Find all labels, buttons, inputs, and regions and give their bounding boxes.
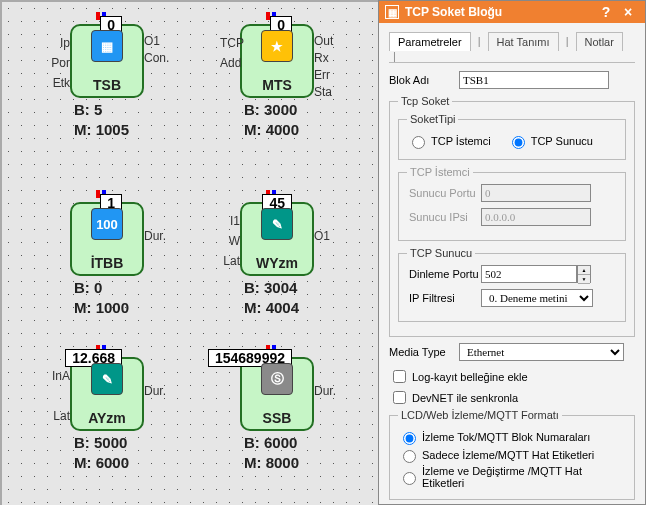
tcp-socket-legend: Tcp Soket <box>398 95 452 107</box>
chk-log[interactable] <box>393 370 406 383</box>
port-r-2: Err <box>314 68 334 82</box>
edit-icon-analog: ✎ <box>91 363 123 395</box>
dialog-titlebar[interactable]: ▦ TCP Soket Bloğu ? × <box>379 1 645 23</box>
block-label: WYzm <box>242 255 312 271</box>
block-label: MTS <box>242 77 312 93</box>
server-port-input <box>481 184 591 202</box>
block-name-input[interactable] <box>459 71 609 89</box>
star-icon: ★ <box>261 30 293 62</box>
listen-port-spinner[interactable]: ▲▼ <box>577 265 591 283</box>
lcd-format-legend: LCD/Web İzleme/MQTT Formatı <box>398 409 562 421</box>
port-l-0: Ip <box>50 36 70 50</box>
listen-port-input[interactable] <box>481 265 577 283</box>
server-port-label: Sunucu Portu <box>407 187 481 199</box>
block-address-m: M: 8000 <box>202 454 352 471</box>
dialog-title: TCP Soket Bloğu <box>405 5 502 19</box>
edit-icon: ✎ <box>261 208 293 240</box>
block-ayzm[interactable]: 12.668 ✎ AYzm InALatDur. B: 5000 M: 6000 <box>32 357 182 471</box>
port-r-1: Dur. <box>144 229 164 243</box>
block-label: SSB <box>242 410 312 426</box>
s-icon: Ⓢ <box>261 363 293 395</box>
block-ssb[interactable]: 154689992 Ⓢ SSB Dur. B: 6000 M: 8000 <box>202 357 352 471</box>
port-r-1: O1 <box>314 229 334 243</box>
tcp-socket-dialog: ▦ TCP Soket Bloğu ? × Parametreler | Hat… <box>378 0 646 505</box>
design-canvas[interactable]: 0 ▦ TSB IpPorEtkO1Con. B: 5 M: 1005 0 ★ … <box>0 0 378 505</box>
chk-log-label: Log-kayıt belleğine ekle <box>412 371 528 383</box>
ip-filter-select[interactable]: 0. Deneme metini <box>481 289 593 307</box>
block-tsb[interactable]: 0 ▦ TSB IpPorEtkO1Con. B: 5 M: 1005 <box>32 24 182 138</box>
port-r-0: Out <box>314 34 334 48</box>
media-type-select[interactable]: Ethernet <box>459 343 624 361</box>
port-r-1: Rx <box>314 51 334 65</box>
block-label: AYzm <box>72 410 142 426</box>
close-button[interactable]: × <box>617 1 639 23</box>
radio-fmt-1-label: İzleme Tok/MQTT Blok Numaraları <box>422 431 590 443</box>
block-label: İTBB <box>72 255 142 271</box>
block-itbb[interactable]: 1 100 İTBB Dur. B: 0 M: 1000 <box>32 202 182 316</box>
socket-icon: ▦ <box>91 30 123 62</box>
port-r-1: Con. <box>144 51 164 65</box>
block-mts[interactable]: 0 ★ MTS TCPAddOutRxErrSta B: 3000 M: 400… <box>202 24 352 138</box>
tcp-server-group: TCP Sunucu Dinleme Portu ▲▼ IP Filtresi … <box>398 247 626 322</box>
server-ip-input <box>481 208 591 226</box>
block-address-m: M: 4000 <box>202 121 352 138</box>
server-ip-label: Sunucu IPsi <box>407 211 481 223</box>
port-r-0: O1 <box>144 34 164 48</box>
block-address-m: M: 4004 <box>202 299 352 316</box>
block-address-b: B: 3000 <box>202 101 352 118</box>
block-label: TSB <box>72 77 142 93</box>
block-body[interactable]: 0 ▦ TSB IpPorEtkO1Con. <box>70 24 144 98</box>
port-r-3: Sta <box>314 85 334 99</box>
block-body[interactable]: 1 100 İTBB Dur. <box>70 202 144 276</box>
block-address-m: M: 1005 <box>32 121 182 138</box>
socket-type-group: SoketTipi TCP İstemci TCP Sunucu <box>398 113 626 160</box>
port-l-1: W <box>220 234 240 248</box>
block-address-m: M: 1000 <box>32 299 182 316</box>
block-body[interactable]: 45 ✎ WYzm I1WLatO1 <box>240 202 314 276</box>
radio-tcp-client-label: TCP İstemci <box>431 135 491 147</box>
port-l-1: Add <box>220 56 240 70</box>
chk-devnet[interactable] <box>393 391 406 404</box>
radio-tcp-server[interactable] <box>512 136 525 149</box>
radio-tcp-server-label: TCP Sunucu <box>531 135 593 147</box>
block-body[interactable]: 0 ★ MTS TCPAddOutRxErrSta <box>240 24 314 98</box>
block-body[interactable]: 154689992 Ⓢ SSB Dur. <box>240 357 314 431</box>
block-address-b: B: 6000 <box>202 434 352 451</box>
port-l-0: TCP <box>220 36 240 50</box>
radio-fmt-1[interactable] <box>403 432 416 445</box>
port-l-0: I1 <box>220 214 240 228</box>
block-address-b: B: 5000 <box>32 434 182 451</box>
media-type-label: Media Type <box>389 346 459 358</box>
port-l-2: Lat <box>50 409 70 423</box>
chk-devnet-label: DevNET ile senkronla <box>412 392 518 404</box>
ip-filter-label: IP Filtresi <box>407 292 481 304</box>
port-l-2: Etk <box>50 76 70 90</box>
tcp-client-group: TCP İstemci Sunucu Portu Sunucu IPsi <box>398 166 626 241</box>
radio-fmt-3[interactable] <box>403 472 416 485</box>
help-button[interactable]: ? <box>595 1 617 23</box>
port-r-1: Dur. <box>144 384 164 398</box>
hundred-icon: 100 <box>91 208 123 240</box>
block-body[interactable]: 12.668 ✎ AYzm InALatDur. <box>70 357 144 431</box>
radio-fmt-2[interactable] <box>403 450 416 463</box>
tcp-server-legend: TCP Sunucu <box>407 247 475 259</box>
radio-fmt-2-label: Sadece İzleme/MQTT Hat Etiketleri <box>422 449 594 461</box>
block-name-label: Blok Adı <box>389 74 459 86</box>
block-address-b: B: 0 <box>32 279 182 296</box>
listen-port-label: Dinleme Portu <box>407 268 481 280</box>
port-l-2: Lat <box>220 254 240 268</box>
radio-fmt-3-label: İzleme ve Değiştirme /MQTT Hat Etiketler… <box>422 465 610 489</box>
port-l-0: InA <box>50 369 70 383</box>
block-address-b: B: 3004 <box>202 279 352 296</box>
tcp-client-legend: TCP İstemci <box>407 166 473 178</box>
block-address-b: B: 5 <box>32 101 182 118</box>
block-wyzm[interactable]: 45 ✎ WYzm I1WLatO1 B: 3004 M: 4004 <box>202 202 352 316</box>
tab-parameters[interactable]: Parametreler <box>389 32 471 51</box>
radio-tcp-client[interactable] <box>412 136 425 149</box>
port-l-1: Por <box>50 56 70 70</box>
tab-line-def[interactable]: Hat Tanımı <box>488 32 559 51</box>
dialog-icon: ▦ <box>385 5 399 19</box>
tcp-socket-group: Tcp Soket SoketTipi TCP İstemci TCP Sunu… <box>389 95 635 337</box>
socket-type-legend: SoketTipi <box>407 113 458 125</box>
tab-notes[interactable]: Notlar <box>576 32 623 51</box>
